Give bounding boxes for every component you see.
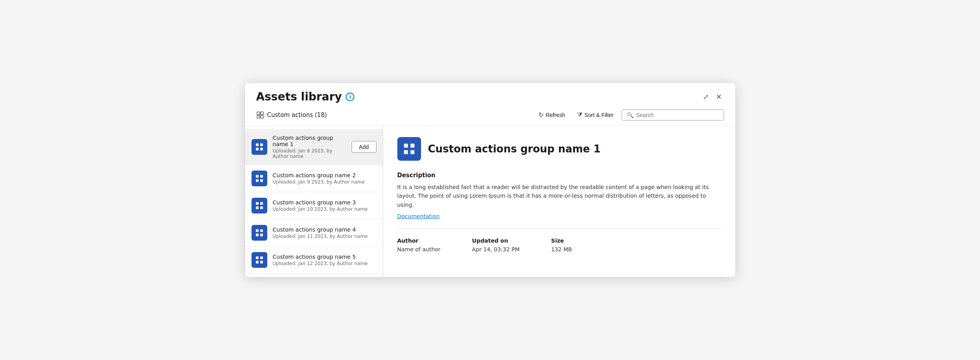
add-button[interactable]: Add: [352, 141, 376, 153]
svg-rect-23: [260, 261, 263, 264]
svg-rect-13: [260, 202, 263, 205]
search-box[interactable]: 🔍: [622, 109, 724, 121]
info-icon[interactable]: i: [346, 93, 354, 101]
list-item[interactable]: Custom actions group name 5 Uploaded: Ja…: [245, 247, 383, 274]
description-heading: Description: [397, 172, 721, 179]
item-info: Custom actions group name 2 Uploaded: Ja…: [273, 172, 376, 185]
item-meta: Uploaded: Jan 8 2023, by Author name: [273, 148, 346, 159]
detail-description: It is a long established fact that a rea…: [397, 183, 721, 209]
author-label: Author: [397, 238, 441, 244]
search-input[interactable]: [636, 112, 719, 118]
item-meta: Uploaded: Jan 12 2023, by Author name: [273, 261, 376, 266]
updated-on-label: Updated on: [472, 238, 520, 244]
toolbar-right: ↻ Refresh ⧩ Sort & Filter 🔍: [535, 109, 724, 121]
expand-icon: ⤢: [703, 93, 709, 101]
svg-rect-6: [256, 148, 259, 150]
custom-actions-count: Custom actions (18): [267, 111, 327, 119]
custom-action-icon: [255, 255, 264, 265]
item-info: Custom actions group name 3 Uploaded: Ja…: [273, 199, 376, 212]
close-icon: ✕: [716, 93, 722, 101]
list-item[interactable]: Custom actions group name 3 Uploaded: Ja…: [245, 192, 383, 219]
svg-rect-26: [404, 150, 408, 154]
item-icon: [252, 139, 267, 155]
updated-on-value: Apr 14, 03:32 PM: [472, 246, 520, 252]
list-item[interactable]: Custom actions group name 1 Uploaded: Ja…: [245, 129, 383, 165]
panel-body: Custom actions group name 1 Uploaded: Ja…: [245, 126, 735, 277]
item-name: Custom actions group name 5: [273, 254, 376, 260]
item-icon: [252, 252, 267, 268]
item-icon: [252, 198, 267, 213]
svg-rect-25: [410, 144, 415, 148]
toolbar: Custom actions (18) ↻ Refresh ⧩ Sort & F…: [245, 103, 735, 126]
filter-icon: ⧩: [577, 111, 582, 119]
svg-rect-20: [256, 256, 259, 259]
assets-library-panel: Assets library i ⤢ ✕ Custom actions (18): [245, 83, 735, 277]
svg-rect-19: [260, 234, 263, 236]
panel-title: Assets library: [256, 90, 342, 103]
list-panel: Custom actions group name 1 Uploaded: Ja…: [245, 126, 383, 277]
svg-rect-8: [256, 175, 259, 178]
svg-rect-22: [256, 261, 259, 264]
item-meta: Uploaded: Jan 11 2023, by Author name: [273, 234, 376, 239]
svg-rect-11: [260, 179, 263, 182]
detail-title: Custom actions group name 1: [428, 143, 601, 155]
panel-header: Assets library i ⤢ ✕: [245, 83, 735, 103]
svg-rect-27: [410, 150, 415, 154]
title-row: Assets library i: [256, 90, 355, 103]
custom-action-icon: [255, 201, 264, 210]
detail-header: Custom actions group name 1: [397, 137, 721, 161]
list-item[interactable]: Custom actions group name 4 Uploaded: Ja…: [245, 219, 383, 247]
search-icon: 🔍: [627, 112, 633, 118]
size-col: Size 132 MB: [551, 238, 572, 252]
svg-rect-10: [256, 179, 259, 182]
item-name: Custom actions group name 3: [273, 199, 376, 206]
detail-panel: Custom actions group name 1 Description …: [383, 126, 735, 277]
svg-rect-16: [256, 229, 259, 232]
item-name: Custom actions group name 2: [273, 172, 376, 178]
size-label: Size: [551, 238, 572, 244]
refresh-icon: ↻: [538, 111, 544, 119]
author-col: Author Name of author: [397, 238, 441, 252]
svg-rect-15: [260, 206, 263, 209]
custom-action-icon: [255, 174, 264, 183]
size-value: 132 MB: [551, 246, 572, 252]
svg-rect-1: [261, 112, 263, 115]
close-button[interactable]: ✕: [714, 91, 724, 103]
item-meta: Uploaded: Jan 10 2023, by Author name: [273, 206, 376, 212]
refresh-button[interactable]: ↻ Refresh: [535, 109, 569, 121]
custom-actions-icon: [256, 111, 264, 119]
svg-rect-17: [260, 229, 263, 232]
detail-custom-action-icon: [402, 142, 416, 156]
svg-rect-21: [260, 256, 263, 259]
custom-actions-label: Custom actions (18): [256, 111, 327, 119]
author-value: Name of author: [397, 246, 441, 252]
svg-rect-2: [257, 115, 260, 118]
list-item[interactable]: Custom actions group name 2 Uploaded: Ja…: [245, 165, 383, 192]
documentation-link[interactable]: Documentation: [397, 213, 440, 219]
svg-rect-12: [256, 202, 259, 205]
svg-rect-14: [256, 206, 259, 209]
detail-icon: [397, 137, 421, 161]
custom-action-icon: [255, 228, 264, 238]
item-icon: [252, 171, 267, 186]
svg-rect-9: [260, 175, 263, 178]
panel-controls: ⤢ ✕: [701, 91, 724, 103]
svg-rect-4: [256, 143, 259, 146]
updated-on-col: Updated on Apr 14, 03:32 PM: [472, 238, 520, 252]
svg-rect-5: [260, 143, 263, 146]
item-name: Custom actions group name 4: [273, 226, 376, 233]
item-meta: Uploaded: Jan 9 2023, by Author name: [273, 179, 376, 185]
svg-rect-0: [257, 112, 260, 115]
sort-filter-button[interactable]: ⧩ Sort & Filter: [573, 109, 618, 121]
item-info: Custom actions group name 4 Uploaded: Ja…: [273, 226, 376, 239]
item-info: Custom actions group name 5 Uploaded: Ja…: [273, 254, 376, 266]
detail-divider: [397, 228, 721, 229]
item-name: Custom actions group name 1: [273, 135, 346, 147]
svg-rect-3: [261, 115, 263, 118]
expand-button[interactable]: ⤢: [701, 91, 711, 103]
svg-rect-24: [404, 144, 408, 148]
custom-action-icon: [255, 142, 264, 152]
svg-rect-7: [260, 148, 263, 150]
item-info: Custom actions group name 1 Uploaded: Ja…: [273, 135, 346, 159]
item-icon: [252, 225, 267, 241]
